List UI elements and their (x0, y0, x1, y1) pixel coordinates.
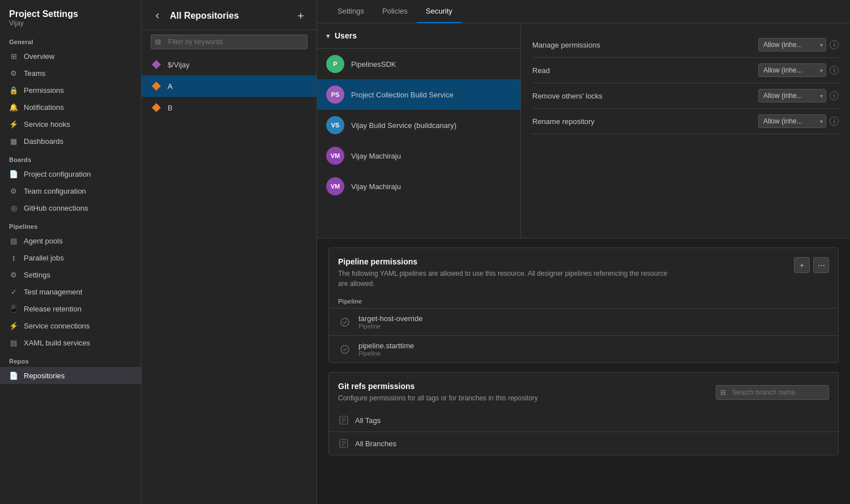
tabs-bar: Settings Policies Security (317, 0, 850, 23)
back-button[interactable] (151, 9, 164, 23)
sidebar-item-repositories[interactable]: 📄 Repositories (0, 367, 141, 384)
sidebar-header: Project Settings Vijay (0, 0, 141, 32)
search-branch-input[interactable] (716, 385, 829, 400)
git-refs-card: Git refs permissions Configure permissio… (328, 372, 839, 455)
perm-row-manage: Manage permissions Allow (inhe... Allow … (532, 32, 839, 58)
user-item-pcbs[interactable]: PS Project Collection Build Service (317, 79, 520, 110)
user-item-vm1[interactable]: VM Vijay Machiraju (317, 140, 520, 171)
pipeline-permissions-actions: + ⋯ (794, 257, 829, 273)
sidebar-item-team-config[interactable]: ⚙ Team configuration (0, 182, 141, 199)
grid-icon: ⊞ (9, 52, 18, 61)
pipeline-permissions-card: Pipeline permissions The following YAML … (328, 247, 839, 363)
repo-list: $/Vijay A B (142, 54, 317, 118)
repo-item-a[interactable]: A (142, 75, 317, 97)
perm-rename-repo-controls: Allow (inhe... Allow Deny Not set i (758, 114, 839, 128)
sidebar-item-xaml-build[interactable]: ▤ XAML build services (0, 334, 141, 351)
perm-read-select-wrap: Allow (inhe... Allow Deny Not set (758, 63, 826, 77)
all-tags-icon (338, 415, 349, 426)
sidebar-item-settings[interactable]: ⚙ Settings (0, 266, 141, 283)
perm-row-rename-repo: Rename repository Allow (inhe... Allow D… (532, 109, 839, 134)
all-branches-icon (338, 438, 349, 449)
section-boards-label: Boards (0, 150, 141, 165)
perm-remove-locks-select[interactable]: Allow (inhe... Allow Deny Not set (758, 89, 826, 102)
sidebar-item-overview[interactable]: ⊞ Overview (0, 48, 141, 65)
permissions-panel: Manage permissions Allow (inhe... Allow … (521, 23, 850, 238)
add-repository-button[interactable] (294, 9, 307, 23)
sections-area: Pipeline permissions The following YAML … (317, 238, 850, 504)
sidebar-title: Project Settings (9, 9, 132, 19)
user-item-vbs[interactable]: VS Vijay Build Service (buildcanary) (317, 110, 520, 140)
filter-input[interactable] (151, 35, 307, 49)
pipeline-permissions-desc: The following YAML pipelines are allowed… (338, 268, 678, 289)
sidebar-subtitle: Vijay (9, 19, 132, 27)
search-branch-icon: ⊟ (720, 388, 726, 396)
pipeline-permissions-header: Pipeline permissions The following YAML … (329, 248, 838, 294)
middle-panel: All Repositories ⊟ $/Vijay (142, 0, 317, 504)
users-panel: ▾ Users P PipelinesSDK PS Project Collec… (317, 23, 521, 238)
git-refs-desc: Configure permissions for all tags or fo… (338, 393, 538, 403)
perm-read-controls: Allow (inhe... Allow Deny Not set i (758, 63, 839, 77)
user-item-pipelinesdk[interactable]: P PipelinesSDK (317, 49, 520, 79)
section-pipelines-label: Pipelines (0, 216, 141, 232)
git-refs-text: Git refs permissions Configure permissio… (338, 382, 538, 403)
vm1-avatar: VM (326, 147, 344, 165)
sidebar-item-agent-pools[interactable]: ▤ Agent pools (0, 232, 141, 249)
git-refs-header: Git refs permissions Configure permissio… (329, 373, 838, 409)
svg-marker-0 (152, 60, 161, 69)
b-repo-icon (151, 102, 162, 113)
repo-item-vijay[interactable]: $/Vijay (142, 54, 317, 75)
more-pipeline-button[interactable]: ⋯ (813, 257, 829, 273)
sidebar-item-test-management[interactable]: ✓ Test management (0, 283, 141, 300)
perm-rename-repo-select[interactable]: Allow (inhe... Allow Deny Not set (758, 114, 826, 128)
pipeline-pst-info: pipeline.starttime Pipeline (358, 341, 414, 357)
dashboard-icon: ▦ (9, 136, 18, 146)
perm-rename-repo-info[interactable]: i (830, 117, 839, 126)
ref-item-all-tags[interactable]: All Tags (329, 409, 838, 432)
tab-security[interactable]: Security (417, 0, 462, 23)
chevron-down-icon[interactable]: ▾ (326, 32, 330, 40)
pipeline-pst-icon (338, 343, 352, 356)
sidebar-item-project-config[interactable]: 📄 Project configuration (0, 165, 141, 182)
sidebar-item-github[interactable]: ◎ GitHub connections (0, 199, 141, 216)
user-item-vm2[interactable]: VM Vijay Machiraju (317, 171, 520, 202)
sidebar-item-notifications[interactable]: 🔔 Notifications (0, 99, 141, 116)
parallel-icon: ⫿ (9, 253, 18, 262)
github-icon: ◎ (9, 203, 18, 212)
sidebar-item-service-connections[interactable]: ⚡ Service connections (0, 317, 141, 334)
tab-policies[interactable]: Policies (373, 0, 417, 23)
doc-icon: 📄 (9, 169, 18, 178)
repo-icon: 📄 (9, 371, 18, 380)
sidebar-item-teams[interactable]: ⚙ Teams (0, 65, 141, 82)
git-refs-title: Git refs permissions (338, 382, 538, 391)
lock-icon: 🔒 (9, 86, 18, 95)
sidebar-item-permissions[interactable]: 🔒 Permissions (0, 82, 141, 99)
add-pipeline-button[interactable]: + (794, 257, 810, 273)
tab-settings[interactable]: Settings (328, 0, 373, 23)
pipeline-item-tho[interactable]: target-host-override Pipeline (329, 309, 838, 336)
perm-row-remove-locks: Remove others' locks Allow (inhe... Allo… (532, 83, 839, 109)
repo-item-b[interactable]: B (142, 97, 317, 118)
sidebar-item-release-retention[interactable]: 📱 Release retention (0, 300, 141, 317)
perm-remove-locks-info[interactable]: i (830, 91, 839, 100)
perm-manage-select-wrap: Allow (inhe... Allow Deny Not set (758, 38, 826, 52)
pipelinesdk-avatar: P (326, 55, 344, 73)
perm-manage-controls: Allow (inhe... Allow Deny Not set i (758, 38, 839, 52)
gear-icon: ⚙ (9, 270, 18, 279)
perm-manage-select[interactable]: Allow (inhe... Allow Deny Not set (758, 38, 826, 52)
pipeline-item-pst[interactable]: pipeline.starttime Pipeline (329, 336, 838, 362)
users-header: ▾ Users (317, 23, 520, 49)
svg-marker-2 (152, 103, 161, 112)
section-general-label: General (0, 32, 141, 48)
perm-read-select[interactable]: Allow (inhe... Allow Deny Not set (758, 63, 826, 77)
pipeline-tho-icon (338, 315, 352, 329)
sidebar-item-service-hooks[interactable]: ⚡ Service hooks (0, 116, 141, 133)
ref-item-all-branches[interactable]: All Branches (329, 432, 838, 455)
all-repositories-title: All Repositories (170, 11, 288, 21)
filter-icon: ⊟ (155, 38, 161, 46)
pipeline-tho-info: target-host-override Pipeline (358, 314, 422, 330)
sidebar-item-parallel-jobs[interactable]: ⫿ Parallel jobs (0, 249, 141, 266)
perm-read-info[interactable]: i (830, 66, 839, 75)
team-config-icon: ⚙ (9, 186, 18, 195)
sidebar-item-dashboards[interactable]: ▦ Dashboards (0, 133, 141, 150)
perm-manage-info[interactable]: i (830, 40, 839, 49)
